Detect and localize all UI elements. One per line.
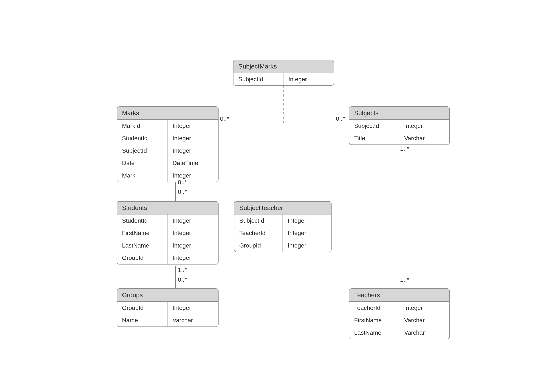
entity-body: GroupId Integer Name Varchar bbox=[117, 302, 218, 327]
attr-type: Integer bbox=[399, 120, 449, 132]
attr-type: Integer bbox=[168, 215, 218, 227]
entity-header: SubjectTeacher bbox=[234, 202, 331, 215]
entity-header: Marks bbox=[117, 107, 218, 120]
attr-type: Integer bbox=[168, 120, 218, 132]
multiplicity-subjects-teachers-bottom: 1..* bbox=[400, 276, 409, 283]
attr-type: Integer bbox=[168, 145, 218, 157]
entity-body: SubjectId Integer Title Varchar bbox=[349, 120, 449, 145]
attr-name: GroupId bbox=[117, 302, 168, 314]
entity-header: Groups bbox=[117, 289, 218, 302]
attr-type: Integer bbox=[168, 252, 218, 264]
attr-name: SubjectId bbox=[234, 73, 284, 85]
attr-type: Integer bbox=[399, 302, 449, 314]
attr-name: StudentId bbox=[117, 215, 168, 227]
entity-subjectteacher: SubjectTeacher SubjectId Integer Teacher… bbox=[234, 201, 332, 252]
attr-name: StudentId bbox=[117, 132, 168, 144]
multiplicity-students-groups-bottom: 0..* bbox=[178, 276, 187, 283]
attr-type: Integer bbox=[283, 227, 331, 239]
attr-type: Integer bbox=[283, 239, 331, 252]
entity-students: Students StudentId Integer FirstName Int… bbox=[117, 201, 219, 265]
attr-name: TeacherId bbox=[349, 302, 399, 314]
multiplicity-students-groups-top: 1..* bbox=[178, 266, 187, 273]
attr-name: FirstName bbox=[117, 227, 168, 239]
attr-name: SubjectId bbox=[349, 120, 399, 132]
entity-subjectmarks: SubjectMarks SubjectId Integer bbox=[233, 60, 334, 86]
attr-type: Integer bbox=[283, 215, 331, 227]
multiplicity-marks-students-bottom: 0..* bbox=[178, 189, 187, 196]
attr-name: FirstName bbox=[349, 314, 399, 326]
attr-name: MarkId bbox=[117, 120, 168, 132]
attr-name: Title bbox=[349, 132, 399, 144]
attr-type: Varchar bbox=[399, 314, 449, 326]
attr-name: Name bbox=[117, 314, 168, 326]
entity-body: TeacherId Integer FirstName Varchar Last… bbox=[349, 302, 449, 339]
er-diagram-canvas: SubjectMarks SubjectId Integer Marks Mar… bbox=[0, 0, 554, 392]
entity-marks: Marks MarkId Integer StudentId Integer S… bbox=[117, 106, 219, 182]
entity-subjects: Subjects SubjectId Integer Title Varchar bbox=[349, 106, 450, 145]
entity-body: MarkId Integer StudentId Integer Subject… bbox=[117, 120, 218, 182]
entity-teachers: Teachers TeacherId Integer FirstName Var… bbox=[349, 288, 450, 339]
attr-name: GroupId bbox=[234, 239, 283, 252]
attr-name: Mark bbox=[117, 169, 168, 182]
attr-type: Varchar bbox=[399, 132, 449, 144]
attr-name: LastName bbox=[349, 327, 399, 339]
entity-body: StudentId Integer FirstName Integer Last… bbox=[117, 215, 218, 264]
entity-header: Teachers bbox=[349, 289, 449, 302]
multiplicity-marks-students-top: 0..* bbox=[178, 179, 187, 186]
attr-name: SubjectId bbox=[234, 215, 283, 227]
attr-type: Integer bbox=[168, 302, 218, 314]
entity-header: Subjects bbox=[349, 107, 449, 120]
attr-type: Varchar bbox=[168, 314, 218, 326]
connection-lines bbox=[0, 0, 554, 392]
multiplicity-subjects-teachers-top: 1..* bbox=[400, 145, 409, 152]
entity-groups: Groups GroupId Integer Name Varchar bbox=[117, 288, 219, 327]
attr-type: Integer bbox=[168, 132, 218, 144]
attr-type: Integer bbox=[168, 239, 218, 252]
attr-name: GroupId bbox=[117, 252, 168, 264]
multiplicity-marks-subjects-left: 0..* bbox=[220, 115, 229, 122]
attr-type: Integer bbox=[168, 227, 218, 239]
attr-type: Integer bbox=[284, 73, 334, 85]
attr-type: Integer bbox=[168, 169, 218, 182]
multiplicity-marks-subjects-right: 0..* bbox=[336, 115, 345, 122]
entity-body: SubjectId Integer TeacherId Integer Grou… bbox=[234, 215, 331, 252]
entity-body: SubjectId Integer bbox=[234, 73, 334, 85]
attr-name: Date bbox=[117, 157, 168, 169]
attr-name: LastName bbox=[117, 239, 168, 252]
attr-type: Varchar bbox=[399, 327, 449, 339]
attr-name: SubjectId bbox=[117, 145, 168, 157]
entity-header: Students bbox=[117, 202, 218, 215]
entity-header: SubjectMarks bbox=[234, 60, 334, 73]
attr-type: DateTime bbox=[168, 157, 218, 169]
attr-name: TeacherId bbox=[234, 227, 283, 239]
